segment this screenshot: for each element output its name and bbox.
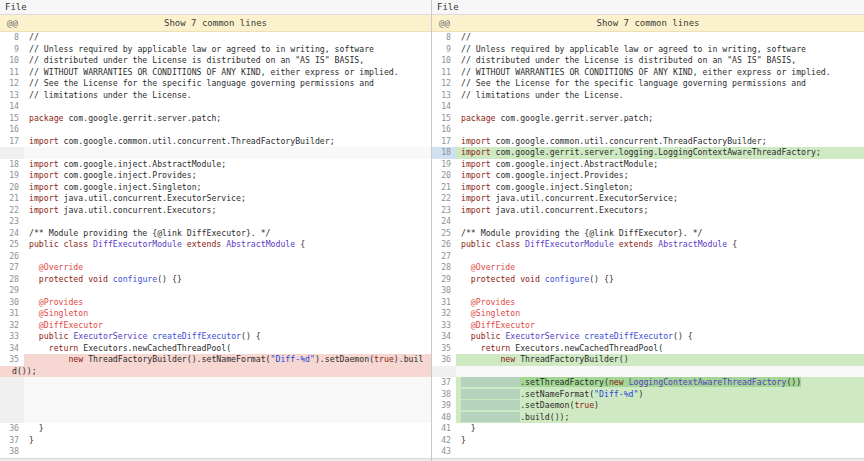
line-number[interactable]: 24 — [0, 228, 24, 240]
line-number[interactable]: 15 — [432, 113, 456, 125]
line-number[interactable]: 36 — [432, 354, 456, 366]
line-number[interactable]: 22 — [432, 193, 456, 205]
code-row: 32 @Singleton — [432, 308, 864, 320]
line-number[interactable]: 22 — [0, 205, 24, 217]
line-number[interactable]: 27 — [432, 251, 456, 263]
line-number[interactable]: 12 — [0, 78, 24, 90]
code-row: 20import com.google.inject.Singleton; — [0, 182, 431, 194]
line-number[interactable]: 17 — [432, 136, 456, 148]
code-row: 12// See the License for the specific la… — [0, 78, 431, 90]
code-line-text: } — [456, 435, 864, 447]
code-row: 8// — [432, 32, 864, 44]
line-number[interactable]: 14 — [432, 101, 456, 113]
code-line-text: @Override — [24, 262, 431, 274]
line-number[interactable]: 25 — [0, 239, 24, 251]
code-row: 34 public ExecutorService createDiffExec… — [432, 331, 864, 343]
line-number[interactable]: 14 — [0, 101, 24, 113]
line-number[interactable]: 9 — [432, 44, 456, 56]
file-header: File — [432, 0, 864, 15]
code-row: 21import com.google.inject.Singleton; — [432, 182, 864, 194]
line-number[interactable]: 41 — [432, 423, 456, 435]
line-number[interactable]: 8 — [0, 32, 24, 44]
line-number[interactable]: 30 — [0, 297, 24, 309]
line-number[interactable]: 34 — [0, 343, 24, 355]
line-number[interactable]: 9 — [0, 44, 24, 56]
code-line-text — [24, 147, 431, 159]
code-line-text: public ExecutorService createDiffExecuto… — [24, 331, 431, 343]
code-row: 9// Unless required by applicable law or… — [432, 44, 864, 56]
expand-common-lines-button[interactable]: @@ Show 7 common lines — [0, 15, 431, 32]
line-number[interactable]: 10 — [432, 55, 456, 67]
line-number[interactable]: 19 — [432, 159, 456, 171]
line-number — [0, 412, 24, 424]
line-number[interactable]: 20 — [432, 170, 456, 182]
code-line-text: // See the License for the specific lang… — [24, 78, 431, 90]
line-number[interactable]: 36 — [0, 423, 24, 435]
line-number[interactable]: 33 — [432, 320, 456, 332]
line-number[interactable]: 29 — [0, 285, 24, 297]
file-header-label: File — [5, 2, 27, 12]
code-line-text: d()); — [12, 366, 431, 378]
line-number[interactable]: 12 — [432, 78, 456, 90]
line-number[interactable]: 21 — [432, 182, 456, 194]
line-number[interactable]: 28 — [432, 262, 456, 274]
line-number[interactable]: 8 — [432, 32, 456, 44]
code-line-text: /** Module providing the {@link DiffExec… — [24, 228, 431, 240]
line-number[interactable]: 37 — [0, 435, 24, 447]
line-number[interactable]: 26 — [432, 239, 456, 251]
line-number — [0, 377, 24, 389]
line-number[interactable]: 20 — [0, 182, 24, 194]
line-number[interactable]: 39 — [432, 400, 456, 412]
code-row: 37} — [0, 435, 431, 447]
code-line-text — [24, 251, 431, 263]
line-number[interactable]: 40 — [432, 412, 456, 424]
line-number[interactable]: 30 — [432, 285, 456, 297]
line-number[interactable]: 11 — [432, 67, 456, 79]
line-number[interactable]: 18 — [432, 147, 456, 159]
line-number[interactable]: 29 — [432, 274, 456, 286]
code-line-text: // WITHOUT WARRANTIES OR CONDITIONS OF A… — [24, 67, 431, 79]
line-number[interactable]: 15 — [0, 113, 24, 125]
line-number[interactable]: 11 — [0, 67, 24, 79]
line-number[interactable]: 28 — [0, 274, 24, 286]
code-row: 31 @Provides — [432, 297, 864, 309]
code-line-text — [24, 124, 431, 136]
line-number[interactable]: 35 — [0, 354, 24, 366]
line-number[interactable]: 31 — [0, 308, 24, 320]
line-number[interactable]: 33 — [0, 331, 24, 343]
end-of-file-band — [432, 458, 864, 461]
line-number[interactable]: 32 — [0, 320, 24, 332]
wrapped-code-row: d()); — [0, 366, 431, 378]
line-number[interactable]: 23 — [432, 205, 456, 217]
line-number[interactable]: 42 — [432, 435, 456, 447]
line-number[interactable]: 43 — [432, 446, 456, 458]
code-row: 27 — [432, 251, 864, 263]
line-number[interactable]: 35 — [432, 343, 456, 355]
line-number[interactable]: 34 — [432, 331, 456, 343]
line-number[interactable]: 10 — [0, 55, 24, 67]
code-row: 36 new ThreadFactoryBuilder() — [432, 354, 864, 366]
code-line-text: @DiffExecutor — [24, 320, 431, 332]
line-number[interactable]: 18 — [0, 159, 24, 171]
line-number[interactable]: 19 — [0, 170, 24, 182]
line-number[interactable]: 25 — [432, 228, 456, 240]
line-number[interactable]: 13 — [432, 90, 456, 102]
line-number[interactable]: 38 — [0, 446, 24, 458]
line-number[interactable]: 24 — [432, 216, 456, 228]
line-number[interactable]: 32 — [432, 308, 456, 320]
code-line-text — [24, 285, 431, 297]
line-number[interactable]: 23 — [0, 216, 24, 228]
code-line-text: return Executors.newCachedThreadPool( — [24, 343, 431, 355]
code-row: 19import com.google.inject.AbstractModul… — [432, 159, 864, 171]
line-number[interactable]: 26 — [0, 251, 24, 263]
line-number[interactable]: 38 — [432, 389, 456, 401]
line-number[interactable]: 17 — [0, 136, 24, 148]
line-number[interactable]: 13 — [0, 90, 24, 102]
expand-common-lines-button[interactable]: @@ Show 7 common lines — [432, 15, 864, 32]
line-number[interactable]: 27 — [0, 262, 24, 274]
line-number[interactable]: 31 — [432, 297, 456, 309]
line-number[interactable]: 37 — [432, 377, 456, 389]
line-number[interactable]: 21 — [0, 193, 24, 205]
line-number[interactable]: 16 — [432, 124, 456, 136]
line-number[interactable]: 16 — [0, 124, 24, 136]
